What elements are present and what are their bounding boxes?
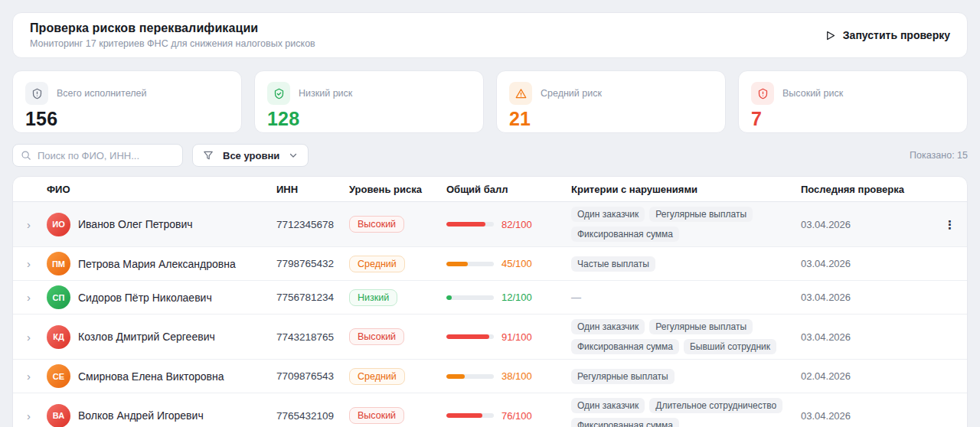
score-bar	[446, 374, 494, 379]
page-subtitle: Мониторинг 17 критериев ФНС для снижения…	[30, 38, 315, 49]
search-input[interactable]	[38, 150, 175, 161]
inn-value: 7756781234	[276, 292, 349, 303]
run-check-label: Запустить проверку	[843, 29, 950, 41]
stat-value-low: 128	[267, 109, 471, 129]
person-name: Сидоров Пётр Николаевич	[78, 292, 212, 304]
last-check-date: 03.04.2026	[801, 331, 933, 343]
score-bar	[446, 222, 494, 227]
criteria-tags: Регулярные выплаты	[571, 369, 801, 384]
chevron-right-icon[interactable]: ›	[27, 410, 31, 422]
score-bar	[446, 262, 494, 266]
stat-label: Средний риск	[541, 88, 602, 99]
avatar: ВА	[47, 404, 70, 427]
criteria-tag: Частые выплаты	[571, 256, 655, 272]
score-bar	[446, 295, 494, 300]
table-row[interactable]: › ВА Волков Андрей Игоревич 7765432109 В…	[13, 393, 967, 427]
last-check-date: 03.04.2026	[801, 410, 933, 422]
criteria-tags: —	[571, 292, 801, 303]
col-fio: ФИО	[47, 184, 276, 195]
shield-alert-icon	[751, 82, 774, 105]
funnel-icon	[203, 150, 214, 161]
criteria-tag: Фиксированная сумма	[571, 339, 679, 354]
table-row[interactable]: › СП Сидоров Пётр Николаевич 7756781234 …	[13, 281, 967, 315]
col-risk-level: Уровень риска	[349, 184, 446, 195]
criteria-tag: Один заказчик	[571, 207, 645, 222]
table-row[interactable]: › ИО Иванов Олег Петрович 7712345678 Выс…	[13, 202, 967, 247]
table-body: › ИО Иванов Олег Петрович 7712345678 Выс…	[13, 202, 967, 427]
criteria-tag: Фиксированная сумма	[571, 418, 679, 427]
executors-table: ФИО ИНН Уровень риска Общий балл Критери…	[12, 176, 968, 427]
last-check-date: 02.04.2026	[801, 370, 933, 382]
table-row[interactable]: › КД Козлов Дмитрий Сергеевич 7743218765…	[13, 315, 967, 360]
stat-value-high: 7	[751, 109, 955, 129]
kebab-menu-icon[interactable]: ⋮	[944, 219, 956, 230]
criteria-tags: Один заказчикРегулярные выплатыФиксирова…	[571, 207, 801, 242]
stat-value-medium: 21	[509, 109, 713, 129]
criteria-tag: Бывший сотрудник	[684, 339, 776, 354]
inn-value: 7743218765	[276, 331, 349, 343]
stat-label: Всего исполнителей	[57, 88, 146, 99]
stat-value-total: 156	[25, 109, 229, 129]
run-check-button[interactable]: Запустить проверку	[825, 29, 950, 41]
search-box[interactable]	[12, 144, 183, 167]
chevron-right-icon[interactable]: ›	[27, 219, 31, 230]
risk-badge: Высокий	[349, 216, 404, 233]
score-bar	[446, 334, 494, 339]
risk-badge: Средний	[349, 368, 405, 385]
search-icon	[21, 150, 31, 161]
chevron-right-icon[interactable]: ›	[27, 331, 31, 343]
risk-badge: Высокий	[349, 328, 404, 345]
person-name: Смирнова Елена Викторовна	[78, 370, 224, 383]
criteria-tag: Регулярные выплаты	[571, 369, 675, 384]
table-header-row: ФИО ИНН Уровень риска Общий балл Критери…	[13, 177, 967, 202]
person-name: Иванов Олег Петрович	[78, 218, 193, 230]
avatar: ИО	[47, 213, 70, 236]
risk-badge: Средний	[349, 256, 405, 272]
shield-icon	[25, 82, 48, 105]
criteria-tag: Один заказчик	[571, 398, 645, 413]
warning-triangle-icon	[509, 82, 532, 105]
criteria-tag: Регулярные выплаты	[649, 207, 753, 222]
criteria-empty: —	[571, 292, 581, 303]
filter-label: Все уровни	[223, 150, 279, 161]
criteria-tag: Регулярные выплаты	[649, 319, 753, 334]
chevron-right-icon[interactable]: ›	[27, 292, 31, 303]
last-check-date: 03.04.2026	[801, 292, 933, 303]
col-score: Общий балл	[446, 184, 571, 195]
col-criteria: Критерии с нарушениями	[571, 184, 801, 195]
table-row[interactable]: › СЕ Смирнова Елена Викторовна 770987654…	[13, 360, 967, 393]
stat-card-total: Всего исполнителей 156	[12, 70, 242, 133]
chevron-right-icon[interactable]: ›	[27, 258, 31, 269]
criteria-tags: Один заказчикРегулярные выплатыФиксирова…	[571, 319, 801, 354]
score-label: 76/100	[501, 410, 532, 422]
inn-value: 7798765432	[276, 258, 349, 269]
score-bar	[446, 413, 494, 418]
shown-count: Показано: 15	[910, 150, 968, 161]
chevron-right-icon[interactable]: ›	[27, 370, 31, 382]
risk-level-filter[interactable]: Все уровни	[192, 144, 309, 167]
person-name: Петрова Мария Александровна	[78, 258, 236, 270]
score-label: 38/100	[501, 370, 532, 382]
shield-check-icon	[267, 82, 290, 105]
person-name: Козлов Дмитрий Сергеевич	[78, 331, 215, 343]
chevron-down-icon	[289, 151, 298, 160]
avatar: СП	[47, 285, 70, 309]
score-label: 91/100	[501, 331, 532, 343]
score-label: 82/100	[501, 219, 532, 230]
col-last-check: Последняя проверка	[801, 184, 933, 195]
risk-badge: Высокий	[349, 407, 404, 424]
avatar: СЕ	[47, 364, 70, 388]
page-header: Проверка рисков переквалификации Монитор…	[12, 12, 968, 58]
stat-label: Высокий риск	[782, 88, 843, 99]
stat-label: Низкий риск	[299, 88, 352, 99]
table-row[interactable]: › ПМ Петрова Мария Александровна 7798765…	[13, 247, 967, 281]
criteria-tags: Один заказчикДлительное сотрудничествоФи…	[571, 398, 801, 427]
criteria-tag: Длительное сотрудничество	[649, 398, 782, 413]
toolbar: Все уровни Показано: 15	[12, 144, 968, 167]
page-title: Проверка рисков переквалификации	[30, 21, 315, 35]
inn-value: 7709876543	[276, 370, 349, 382]
avatar: КД	[47, 325, 70, 349]
criteria-tag: Фиксированная сумма	[571, 227, 679, 242]
play-icon	[825, 30, 836, 41]
inn-value: 7712345678	[276, 219, 349, 230]
